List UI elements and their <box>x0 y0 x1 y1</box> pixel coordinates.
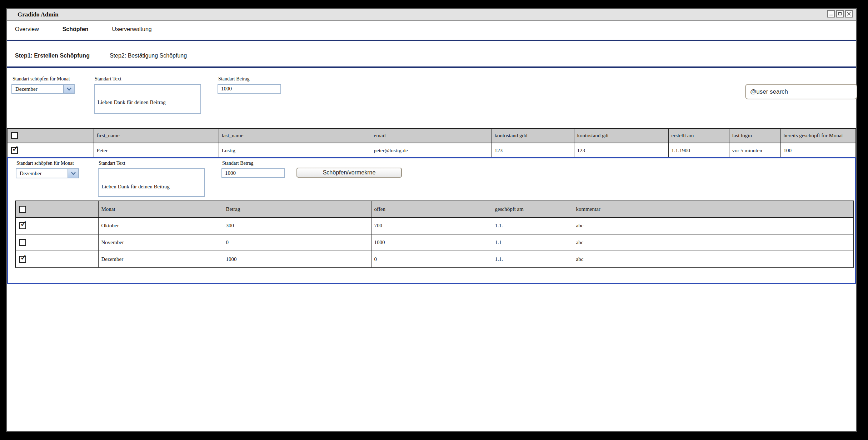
col-offen: offen <box>371 201 492 217</box>
window-controls <box>827 10 853 18</box>
cell-last-login: vor 5 minuten <box>729 143 780 158</box>
creation-table-header-row: Monat Betrag offen geschöpft am kommenta… <box>15 201 854 217</box>
chevron-down-icon[interactable] <box>63 85 74 93</box>
detail-month-select[interactable]: Dezember <box>16 168 79 178</box>
minimize-icon <box>829 11 833 16</box>
minimize-button[interactable] <box>827 10 835 18</box>
cell-betrag: 0 <box>223 234 371 251</box>
month-select[interactable]: Dezember <box>11 84 75 94</box>
close-button[interactable] <box>845 10 853 18</box>
user-row-select-cell <box>7 143 94 158</box>
amount-label: Standart Betrag <box>218 76 249 82</box>
select-all-users-checkbox[interactable] <box>11 132 18 139</box>
detail-month-select-value: Dezember <box>16 169 68 178</box>
cell-erstellt-am: 1.1.1900 <box>668 143 729 158</box>
user-row-checkbox[interactable] <box>11 147 18 154</box>
cell-kommentar: abc <box>573 251 854 268</box>
detail-standard-text-label: Standart Text <box>99 160 125 166</box>
user-table: first_name last_name email kontostand gd… <box>7 128 856 159</box>
title-bar[interactable]: Gradido Admin <box>7 9 856 21</box>
chevron-down-icon[interactable] <box>68 169 78 178</box>
cell-kontostand-gdd: 123 <box>492 143 574 158</box>
cell-monat: Oktober <box>98 217 223 234</box>
detail-standard-text-area[interactable]: Lieben Dank für deinen Beitrag <box>98 168 205 197</box>
window-title: Gradido Admin <box>18 11 59 18</box>
detail-amount-label: Standart Betrag <box>222 160 253 166</box>
month-row-dezember[interactable]: Dezember 1000 0 1.1. abc <box>15 251 854 268</box>
col-email: email <box>371 128 492 143</box>
month-row-checkbox[interactable] <box>19 222 26 229</box>
month-row-select-cell <box>15 234 98 251</box>
cell-geschoepft-am: 1.1. <box>492 251 573 268</box>
month-row-november[interactable]: November 0 1000 1.1 abc <box>15 234 854 251</box>
month-select-value: Dezember <box>12 85 63 93</box>
month-row-checkbox[interactable] <box>19 256 26 263</box>
cell-offen: 0 <box>371 251 492 268</box>
creation-table: Monat Betrag offen geschöpft am kommenta… <box>15 201 854 268</box>
cell-kommentar: abc <box>573 234 854 251</box>
cell-offen: 700 <box>371 217 492 234</box>
col-kontostand-gdd: kontostand gdd <box>492 128 574 143</box>
col-last-name: last_name <box>219 128 371 143</box>
cell-kontostand-gdt: 123 <box>574 143 668 158</box>
detail-month-label: Standart schöpfen für Monat <box>16 160 74 166</box>
amount-input[interactable] <box>218 84 281 94</box>
col-kommentar: kommentar <box>573 201 854 217</box>
cell-email: peter@lustig.de <box>371 143 492 158</box>
creation-detail-panel: Standart schöpfen für Monat Dezember Sta… <box>7 157 856 284</box>
step2-bestaetigung[interactable]: Step2: Bestätigung Schöpfung <box>110 53 187 59</box>
select-all-months-checkbox[interactable] <box>19 206 26 213</box>
user-table-header-row: first_name last_name email kontostand gd… <box>7 128 856 143</box>
standard-text-label: Standart Text <box>95 76 121 82</box>
cell-betrag: 1000 <box>223 251 371 268</box>
standard-text-area[interactable]: Lieben Dank für deinen Beitrag <box>94 84 201 114</box>
cell-offen: 1000 <box>371 234 492 251</box>
desktop-background: { "window": { "title": "Gradido Admin", … <box>0 0 868 440</box>
maximize-button[interactable] <box>836 10 844 18</box>
col-monat: Monat <box>98 201 223 217</box>
col-erstellt-am: erstellt am <box>668 128 729 143</box>
month-row-select-cell <box>15 217 98 234</box>
month-row-checkbox[interactable] <box>19 239 26 246</box>
cell-first-name: Peter <box>94 143 219 158</box>
tab-overview[interactable]: Overview <box>15 26 39 33</box>
cell-betrag: 300 <box>223 217 371 234</box>
header-select-cell <box>15 201 98 217</box>
month-label: Standart schöpfen für Monat <box>13 76 70 82</box>
maximize-icon <box>838 11 842 16</box>
cell-kommentar: abc <box>573 217 854 234</box>
cell-geschoepft-am: 1.1. <box>492 217 573 234</box>
step-nav: Step1: Erstellen Schöpfung Step2: Bestät… <box>15 53 207 59</box>
schoepfen-vormerken-button[interactable]: Schöpfen/vormekrne <box>296 168 402 178</box>
cell-monat: Dezember <box>98 251 223 268</box>
col-kontostand-gdt: kontostand gdt <box>574 128 668 143</box>
col-first-name: first_name <box>94 128 219 143</box>
detail-amount-input[interactable] <box>221 168 285 178</box>
user-search-input[interactable] <box>745 84 857 99</box>
header-select-cell <box>7 128 94 143</box>
tab-schoepfen[interactable]: Schöpfen <box>63 26 89 33</box>
main-nav: Overview Schöpfen Userverwaltung <box>15 26 175 33</box>
col-bereits-geschoepft: bereits geschöpft für Monat <box>780 128 856 143</box>
col-last-login: last login <box>729 128 780 143</box>
app-window: Gradido Admin Overview Schöpfen Userverw… <box>6 8 857 432</box>
user-row[interactable]: Peter Lustig peter@lustig.de 123 123 1.1… <box>7 143 856 158</box>
separator-line <box>7 66 856 68</box>
cell-last-name: Lustig <box>219 143 371 158</box>
separator-line <box>7 40 856 41</box>
step1-erstellen[interactable]: Step1: Erstellen Schöpfung <box>15 53 90 59</box>
col-geschoepft-am: geschöpft am <box>492 201 573 217</box>
cell-monat: November <box>98 234 223 251</box>
cell-geschoepft-am: 1.1 <box>492 234 573 251</box>
close-icon <box>847 11 851 16</box>
col-betrag: Betrag <box>223 201 371 217</box>
tab-userverwaltung[interactable]: Userverwaltung <box>112 26 152 33</box>
cell-bereits-geschoepft: 100 <box>780 143 856 158</box>
month-row-select-cell <box>15 251 98 268</box>
month-row-oktober[interactable]: Oktober 300 700 1.1. abc <box>15 217 854 234</box>
